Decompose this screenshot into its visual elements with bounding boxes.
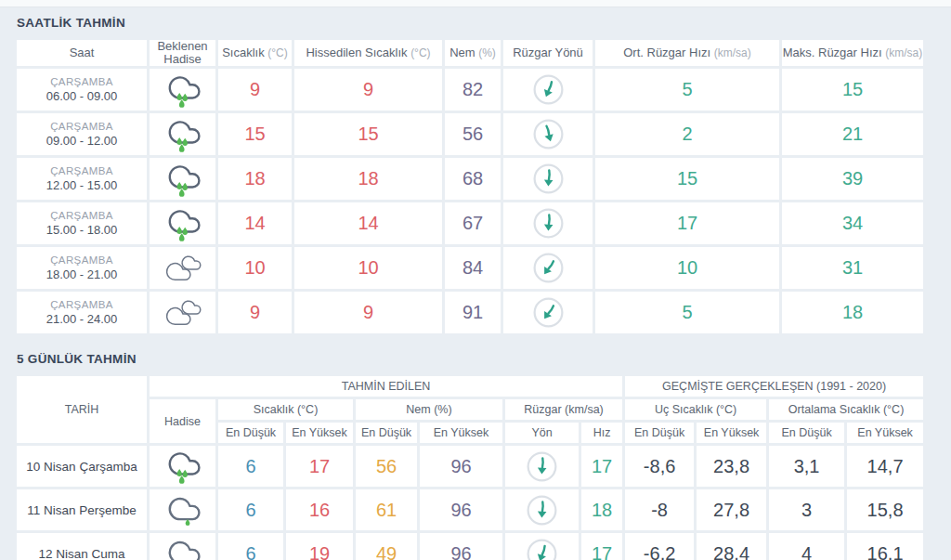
daily-row: 12 Nisan Cuma 6 19 49 96 17 -6,2 28,4 4 …	[17, 533, 923, 560]
average-max-value: 16,1	[847, 533, 923, 560]
hourly-forecast-section: SAATLİK TAHMİN Saat Beklenen Hadise Sıca…	[0, 16, 951, 336]
rain-cloud-icon	[162, 117, 204, 152]
top-strip	[0, 0, 951, 7]
col-header-ort-ruzgar: Ort. Rüzgar Hızı (km/sa)	[595, 40, 779, 66]
hourly-row: ÇARŞAMBA 09.00 - 12.00 15 15 56 2 21	[17, 113, 923, 155]
day-label: ÇARŞAMBA	[17, 76, 147, 87]
col-header-ruzgar-yonu: Rüzgar Yönü	[503, 40, 593, 66]
col-header-yon: Yön	[505, 423, 579, 443]
hourly-table-body: ÇARŞAMBA 06.00 - 09.00 9 9 82 5 15 ÇARŞA…	[17, 69, 923, 333]
day-label: ÇARŞAMBA	[17, 299, 147, 310]
avg-wind-value: 5	[595, 69, 779, 111]
subgroup-header-nem: Nem (%)	[356, 399, 502, 420]
hourly-row: ÇARŞAMBA 12.00 - 15.00 18 18 68 15 39	[17, 158, 923, 200]
hourly-header-row: Saat Beklenen Hadise Sıcaklık (°C) Hisse…	[17, 40, 923, 66]
wind-speed-value: 18	[581, 489, 622, 530]
max-wind-value: 21	[782, 113, 923, 155]
col-header-sicaklik-max: En Yüksek	[286, 423, 353, 443]
wind-direction-cell	[503, 69, 593, 111]
time-range: 06.00 - 09.00	[17, 89, 147, 103]
clouds-icon	[162, 251, 204, 286]
wind-direction-icon	[532, 252, 565, 284]
drizzle-cloud-icon	[162, 536, 204, 560]
daily-row: 10 Nisan Çarşamba 6 17 56 96 17 -8,6 23,…	[17, 446, 923, 487]
humidity-max-value: 96	[420, 533, 502, 560]
wind-direction-cell	[503, 247, 593, 289]
time-range: 18.00 - 21.00	[17, 267, 147, 281]
hourly-row: ÇARŞAMBA 18.00 - 21.00 10 10 84 10 31	[17, 247, 923, 289]
day-label: ÇARŞAMBA	[17, 121, 147, 132]
temp-max-value: 19	[286, 533, 353, 560]
group-header-tahmin-edilen: TAHMİN EDİLEN	[150, 376, 622, 397]
max-wind-value: 31	[782, 247, 923, 289]
average-min-value: 3	[769, 489, 844, 530]
daily-row: 11 Nisan Perşembe 6 16 61 96 18 -8 27,8 …	[17, 489, 923, 530]
wind-direction-icon	[532, 296, 565, 329]
daily-section-title: 5 GÜNLÜK TAHMİN	[17, 352, 951, 366]
hourly-forecast-table: Saat Beklenen Hadise Sıcaklık (°C) Hisse…	[14, 37, 926, 336]
rain-cloud-icon	[162, 72, 204, 108]
group-header-gecmiste: GEÇMİŞTE GERÇEKLEŞEN (1991 - 2020)	[625, 376, 923, 397]
wind-direction-cell	[503, 202, 593, 244]
col-header-nem-max: En Yüksek	[420, 423, 502, 443]
col-header-tarih: TARİH	[17, 376, 147, 443]
subgroup-header-ruzgar: Rüzgar (km/sa)	[505, 399, 622, 420]
expected-condition-cell	[150, 292, 215, 333]
avg-wind-value: 17	[595, 202, 779, 244]
col-header-ort-max: En Yüksek	[847, 423, 923, 443]
time-slot-cell: ÇARŞAMBA 12.00 - 15.00	[17, 158, 147, 200]
col-header-uc-min: En Düşük	[625, 423, 694, 443]
humidity-value: 68	[445, 158, 501, 200]
daily-table-body: 10 Nisan Çarşamba 6 17 56 96 17 -8,6 23,…	[17, 446, 923, 560]
col-header-hadise: Hadise	[150, 399, 215, 443]
col-header-hissedilen: Hissedilen Sıcaklık (°C)	[294, 40, 442, 66]
wind-direction-cell	[503, 113, 593, 155]
condition-cell	[150, 489, 215, 530]
expected-condition-cell	[150, 202, 215, 244]
humidity-value: 56	[445, 113, 501, 155]
subgroup-header-uc-sicaklik: Uç Sıcaklık (°C)	[625, 399, 766, 420]
avg-wind-value: 5	[595, 292, 779, 333]
avg-wind-value: 15	[595, 158, 779, 200]
humidity-min-value: 61	[356, 489, 417, 530]
hourly-row: ÇARŞAMBA 06.00 - 09.00 9 9 82 5 15	[17, 69, 923, 111]
daily-header-subgroup-row: Hadise Sıcaklık (°C) Nem (%) Rüzgar (km/…	[17, 399, 923, 420]
average-max-value: 15,8	[847, 489, 923, 530]
wind-direction-cell	[505, 489, 579, 530]
col-header-hiz: Hız	[581, 423, 622, 443]
time-slot-cell: ÇARŞAMBA 15.00 - 18.00	[17, 202, 147, 244]
feels-like-value: 18	[294, 158, 442, 200]
daily-forecast-table: TARİH TAHMİN EDİLEN GEÇMİŞTE GERÇEKLEŞEN…	[14, 373, 926, 560]
subgroup-header-ortalama-sicaklik: Ortalama Sıcaklık (°C)	[769, 399, 923, 420]
wind-direction-icon	[532, 73, 565, 106]
temperature-value: 15	[218, 113, 292, 155]
col-header-maks-ruzgar: Maks. Rüzgar Hızı (km/sa)	[782, 40, 923, 66]
average-min-value: 4	[769, 533, 844, 560]
temperature-value: 10	[218, 247, 292, 289]
col-header-uc-max: En Yüksek	[697, 423, 766, 443]
wind-direction-icon	[532, 118, 565, 150]
hourly-row: ÇARŞAMBA 21.00 - 24.00 9 9 91 5 18	[17, 292, 923, 333]
feels-like-value: 9	[294, 292, 442, 333]
day-label: ÇARŞAMBA	[17, 165, 147, 176]
feels-like-value: 14	[294, 202, 442, 244]
condition-cell	[150, 446, 215, 487]
extreme-min-value: -8	[625, 489, 694, 530]
time-range: 09.00 - 12.00	[17, 134, 147, 148]
time-range: 21.00 - 24.00	[17, 312, 147, 326]
max-wind-value: 34	[782, 202, 923, 244]
extreme-max-value: 27,8	[697, 489, 766, 530]
average-min-value: 3,1	[769, 446, 844, 487]
humidity-value: 82	[445, 69, 501, 111]
time-range: 12.00 - 15.00	[17, 178, 147, 192]
extreme-max-value: 28,4	[697, 533, 766, 560]
feels-like-value: 10	[294, 247, 442, 289]
col-header-sicaklik: Sıcaklık (°C)	[218, 40, 292, 66]
wind-direction-icon	[526, 450, 558, 483]
wind-direction-cell	[503, 158, 593, 200]
rain-cloud-icon	[162, 206, 204, 241]
feels-like-value: 15	[294, 113, 442, 155]
col-header-beklenen-hadise: Beklenen Hadise	[150, 40, 215, 66]
humidity-value: 91	[445, 292, 501, 333]
temp-max-value: 17	[286, 446, 353, 487]
